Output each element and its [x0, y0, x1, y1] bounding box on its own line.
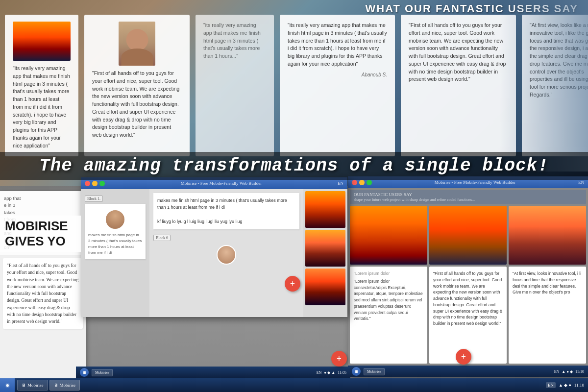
lang-label: EN: [338, 181, 343, 186]
inner-right: [303, 189, 347, 317]
taskbar-item-1[interactable]: 🖥 Mobirise: [17, 380, 48, 391]
block-label-6: Block 6: [153, 235, 171, 241]
right-img-3: [509, 206, 586, 265]
add-block-btn-2[interactable]: +: [331, 351, 347, 367]
inner-card-1: makes me finish html page in 3 minutes (…: [85, 204, 146, 259]
right-titlebar-right: EN: [578, 180, 584, 185]
header-title: WHAT OUR FANTASTIC USERS SAY: [365, 2, 578, 15]
sunset-img: [305, 191, 345, 228]
inner-center: makes me finish html page in 3 minutes (…: [149, 189, 303, 317]
card-author-4: Abanoub S.: [288, 71, 387, 78]
overlay-title: The amazing transformations of a single …: [39, 156, 549, 176]
inner-avatar-1: [105, 209, 125, 230]
right-window-title: Mobirise - Free Mobile-Friendly Web Buil…: [435, 180, 515, 185]
right-screen-header: OUR FANTASTIC USERS SAY shape your futur…: [350, 190, 586, 204]
taskbar-icon-2: 🖥: [54, 383, 58, 388]
right-taskbar-right: EN ▲ ● ◆ 11:10: [554, 369, 584, 374]
testimonial-card-5: "First of all hands off to you guys for …: [401, 15, 516, 156]
lorem-label: "Lorem ipsum dolor: [354, 270, 423, 277]
right-lang-badge: EN: [554, 369, 560, 374]
right-screen-imgs: [350, 206, 586, 265]
taskbar-right: EN ▲ ◆ ● 11:10: [542, 382, 588, 388]
top-cards-row: "its really very amazing app that makes …: [0, 15, 588, 156]
titlebar-buttons: [85, 181, 105, 186]
right-start-btn[interactable]: ⊞: [352, 367, 361, 376]
taskbar-label-1: Mobirise: [27, 383, 44, 388]
mobirise-heading: MOBIRISE GIVES YO: [0, 216, 81, 252]
right-card-lorem: "Lorem ipsum dolor "Lorem ipsum dolor co…: [350, 267, 427, 364]
right-minimize-btn[interactable]: [359, 180, 365, 185]
block-label-1: Block 1.: [85, 196, 103, 202]
main-taskbar: ⊞ 🖥 Mobirise 🖥 Mobirise EN ▲ ◆ ● 11:10: [0, 378, 588, 392]
inner-body: Block 1. makes me finish html page in 3 …: [81, 189, 347, 317]
taskbar-items: 🖥 Mobirise 🖥 Mobirise: [15, 380, 542, 391]
start-button[interactable]: ⊞: [0, 378, 15, 392]
titlebar-right: EN: [338, 181, 343, 186]
right-screen-taskbar: ⊞ Mobirise EN ▲ ● ◆ 11:10: [348, 366, 588, 377]
second-taskbar-icons: ● ◆ ▲: [324, 370, 335, 375]
taskbar-lang: EN: [546, 382, 556, 388]
testimonial-text-4: "its really very amazing app that makes …: [288, 22, 387, 68]
testimonial-card-3-partial: "its really very amazing app that makes …: [196, 15, 274, 156]
left-panel-card-1: "First of all hands off to you guys for …: [3, 258, 83, 329]
testimonial-card-1: "its really very amazing app that makes …: [5, 15, 78, 156]
taskbar-item-2[interactable]: 🖥 Mobirise: [49, 380, 80, 391]
right-screen-body: OUR FANTASTIC USERS SAY shape your futur…: [348, 188, 588, 366]
testimonial-text-partial: "its really very amazing app that makes …: [203, 22, 266, 60]
maximize-btn[interactable]: [99, 181, 105, 186]
inner-avatar-2: [217, 245, 236, 265]
second-start-btn[interactable]: ⊞: [80, 368, 89, 377]
mobirise-heading-text: MOBIRISE GIVES YO: [5, 219, 68, 248]
right-lang: EN: [578, 180, 584, 185]
right-taskbar-item[interactable]: Mobirise: [364, 368, 385, 375]
inner-card-text-1: makes me finish html page in 3 minutes (…: [88, 232, 142, 256]
right-close-btn[interactable]: [352, 180, 357, 185]
inner-img-3: [305, 269, 345, 305]
taskbar-icon-1: 🖥: [22, 383, 26, 388]
right-maximize-btn[interactable]: [367, 180, 372, 185]
right-add-block-btn[interactable]: +: [456, 349, 471, 365]
inner-img-1: [305, 191, 345, 228]
right-large-screen: Mobirise - Free Mobile-Friendly Web Buil…: [348, 176, 588, 377]
editor-text-1: makes me finish html page in 3 minutes (…: [157, 197, 295, 211]
testimonial-card-2: "First of all hands off to you guys for …: [84, 15, 190, 156]
testimonial-card-4: "its really very amazing app that makes …: [280, 15, 395, 156]
lorem-text: "Lorem ipsum dolor consecteturAdipis Exc…: [354, 278, 423, 322]
testimonial-text-5: "First of all hands off to you guys for …: [409, 22, 508, 83]
right-titlebar-buttons: [352, 180, 372, 185]
close-btn[interactable]: [85, 181, 90, 186]
right-status-icons: ▲ ● ◆: [562, 369, 573, 374]
right-card-text-1: "First of all hands off to you guys for …: [433, 270, 503, 327]
sky-img: [305, 230, 345, 267]
right-card-atfirst: "At first view, looks innovative tool, i…: [509, 267, 586, 364]
minimize-btn[interactable]: [92, 181, 98, 186]
testimonial-text-6: "At first view, looks like a nice innova…: [530, 22, 588, 99]
mountain-img: [305, 269, 345, 305]
right-img-1: [350, 206, 427, 265]
window-title: Mobirise - Free Mobile-Friendly Web Buil…: [181, 181, 262, 186]
right-add-btn-container: +: [456, 349, 471, 365]
second-taskbar-time: 11:05: [338, 370, 346, 375]
taskbar-time: 11:10: [574, 383, 584, 388]
inner-left: Block 1. makes me finish html page in 3 …: [81, 189, 149, 317]
right-img-2: [429, 206, 507, 265]
second-taskbar-right: EN ● ◆ ▲ 11:05: [317, 370, 346, 375]
right-time: 11:10: [575, 369, 584, 374]
right-card-text-2: "At first view, looks innovative tool, i…: [513, 270, 582, 295]
left-card-text-1: "First of all hands off to you guys for …: [7, 263, 78, 324]
inner-editor-screen: Mobirise - Free Mobile-Friendly Web Buil…: [81, 177, 347, 317]
testimonial-text-1: "its really very amazing app that makes …: [13, 65, 71, 149]
testimonial-text-2: "First of all hands off to you guys for …: [92, 70, 182, 139]
editor-text-block: makes me finish html page in 3 minutes (…: [153, 193, 299, 229]
second-taskbar: ⊞ Mobirise EN ● ◆ ▲ 11:05: [76, 367, 350, 378]
avatar-portrait: [119, 22, 155, 66]
right-taskbar-left: ⊞ Mobirise: [352, 367, 385, 376]
inner-img-2: [305, 230, 345, 267]
second-taskbar-item[interactable]: Mobirise: [92, 369, 113, 376]
second-taskbar-lang: EN: [317, 370, 322, 375]
big-overlay-text-container: The amazing transformations of a single …: [0, 152, 588, 180]
second-taskbar-left: ⊞ Mobirise: [80, 368, 113, 377]
add-block-btn-1[interactable]: +: [285, 276, 300, 292]
testimonial-card-6: "At first view, looks like a nice innova…: [522, 15, 588, 156]
taskbar-sys-icons: ▲ ◆ ●: [559, 383, 571, 388]
